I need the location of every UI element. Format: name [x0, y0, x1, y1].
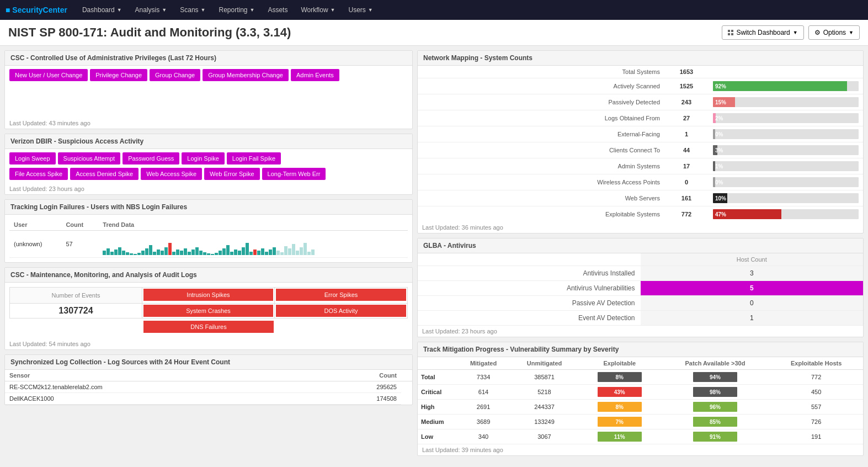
- trend-bar: [164, 247, 168, 255]
- csc-admin-buttons: New User / User Change Privilege Change …: [5, 66, 412, 84]
- switch-dashboard-button[interactable]: Switch Dashboard ▼: [722, 25, 803, 40]
- nav-scans[interactable]: Scans ▼: [173, 0, 212, 20]
- trend-bar: [199, 251, 203, 255]
- trend-bar: [118, 247, 121, 255]
- table-row: (unknown) 57: [9, 231, 408, 258]
- csc-admin-last-updated: Last Updated: 43 minutes ago: [5, 118, 412, 129]
- glba-header: GLBA - Antivirus: [418, 238, 863, 253]
- glba-row-value: 3: [641, 266, 864, 281]
- vuln-cell: 85%: [661, 415, 770, 429]
- log-collection-body: Sensor Count RE-SCCM2k12.tenablerelab2.c…: [5, 370, 412, 405]
- verizon-header: Verizon DBIR - Suspicious Access Activit…: [5, 134, 412, 149]
- nm-row-count: 0: [664, 174, 709, 190]
- table-row: Admin Systems171%: [418, 158, 863, 174]
- network-mapping-body: Total Systems1653Actively Scanned152592%…: [418, 66, 863, 222]
- glba-row-label: Passive AV Detection: [418, 296, 641, 311]
- group-change-button[interactable]: Group Change: [150, 69, 200, 81]
- password-guess-button[interactable]: Password Guess: [123, 152, 179, 164]
- network-mapping-card: Network Mapping - System Counts Total Sy…: [417, 50, 864, 233]
- vuln-col-exploitable: Exploitable: [578, 357, 661, 370]
- vuln-col-unmitigated: Unmitigated: [510, 357, 578, 370]
- trend-bar: [265, 252, 268, 255]
- trend-bar: [122, 251, 125, 255]
- glba-row-value: 1: [641, 311, 864, 326]
- table-row: External-Facing10%: [418, 126, 863, 142]
- table-row: Critical614521843%98%450: [418, 385, 863, 400]
- options-button[interactable]: ⚙ Options ▼: [808, 25, 860, 40]
- trend-bar: [134, 254, 137, 255]
- file-access-spike-button[interactable]: File Access Spike: [9, 168, 68, 180]
- nm-row-label: Total Systems: [418, 66, 664, 78]
- network-mapping-last-updated: Last Updated: 36 minutes ago: [418, 222, 863, 233]
- web-access-spike-button[interactable]: Web Access Spike: [141, 168, 202, 180]
- nav-reporting[interactable]: Reporting ▼: [212, 0, 261, 20]
- trend-bar: [300, 247, 303, 255]
- group-membership-button[interactable]: Group Membership Change: [203, 69, 289, 81]
- nav-dashboard[interactable]: Dashboard ▼: [76, 0, 129, 20]
- trend-bar: [257, 251, 260, 255]
- glba-last-updated: Last Updated: 23 hours ago: [418, 326, 863, 337]
- error-spikes-button[interactable]: Error Spikes: [276, 289, 406, 301]
- trend-bar: [288, 248, 291, 255]
- intrusion-spikes-button[interactable]: Intrusion Spikes: [143, 289, 273, 301]
- table-row: Antivirus Vulnerabilities5: [418, 281, 863, 296]
- glba-row-value: 5: [641, 281, 864, 296]
- login-fail-spike-button[interactable]: Login Fail Spike: [227, 152, 281, 164]
- trend-bar: [103, 251, 106, 255]
- trend-bar: [203, 252, 206, 255]
- vuln-cell: 94%: [661, 370, 770, 385]
- nm-row-label: Clients Connect To: [418, 142, 664, 158]
- vuln-summary-body: Mitigated Unmitigated Exploitable Patch …: [418, 357, 863, 444]
- nm-row-count: 161: [664, 190, 709, 206]
- long-term-web-err-button[interactable]: Long-Term Web Err: [262, 168, 326, 180]
- log-count-2: 174508: [313, 393, 401, 405]
- vuln-cell: 191: [769, 429, 863, 444]
- trend-bar: [188, 252, 191, 255]
- switch-dashboard-arrow-icon: ▼: [793, 30, 798, 35]
- nm-row-bar: 92%: [709, 78, 863, 94]
- audit-events-header-cell: Number of Events: [10, 288, 142, 304]
- dos-activity-button[interactable]: DOS Activity: [276, 305, 406, 317]
- login-sweep-button[interactable]: Login Sweep: [9, 152, 56, 164]
- glba-row-value: 0: [641, 296, 864, 311]
- trend-bar: [180, 251, 183, 255]
- log-sensor-2: DellKACEK1000: [5, 393, 313, 405]
- main-layout: CSC - Controlled Use of Administrative P…: [0, 46, 868, 460]
- web-error-spike-button[interactable]: Web Error Spike: [204, 168, 260, 180]
- nm-row-label: Exploitable Systems: [418, 206, 664, 222]
- login-spike-button[interactable]: Login Spike: [182, 152, 225, 164]
- vuln-cell: 7%: [578, 415, 661, 429]
- privilege-change-button[interactable]: Privilege Change: [90, 69, 147, 81]
- table-row: DellKACEK1000 174508: [5, 393, 412, 405]
- suspicious-attempt-button[interactable]: Suspicious Attempt: [58, 152, 121, 164]
- system-crashes-button[interactable]: System Crashes: [143, 305, 273, 317]
- new-user-button[interactable]: New User / User Change: [9, 69, 88, 81]
- access-denied-spike-button[interactable]: Access Denied Spike: [70, 168, 139, 180]
- vuln-col-hosts: Exploitable Hosts: [769, 357, 863, 370]
- table-row: Medium36891332497%85%726: [418, 415, 863, 429]
- trend-bar: [292, 244, 295, 255]
- nav-analysis[interactable]: Analysis ▼: [129, 0, 174, 20]
- vuln-cell: 8%: [578, 370, 661, 385]
- nav-users[interactable]: Users ▼: [342, 0, 380, 20]
- nav-assets[interactable]: Assets: [261, 0, 294, 20]
- trend-bar: [238, 251, 241, 255]
- network-mapping-table: Total Systems1653Actively Scanned152592%…: [418, 66, 863, 222]
- log-scroll-header: [401, 370, 412, 381]
- lf-col-count: Count: [61, 219, 98, 231]
- options-arrow-icon: ▼: [849, 30, 854, 35]
- log-collection-card: Synchronized Log Collection - Log Source…: [4, 354, 413, 405]
- dns-failures-button[interactable]: DNS Failures: [143, 321, 274, 333]
- network-mapping-header: Network Mapping - System Counts: [418, 51, 863, 66]
- trend-bar: [246, 243, 249, 255]
- login-failures-header: Tracking Login Failures - Users with NBS…: [5, 200, 412, 215]
- lf-user: (unknown): [9, 231, 61, 258]
- table-row: Total Systems1653: [418, 66, 863, 78]
- admin-events-button[interactable]: Admin Events: [291, 69, 339, 81]
- vuln-cell: 2691: [456, 400, 510, 415]
- log-collection-header: Synchronized Log Collection - Log Source…: [5, 355, 412, 370]
- vuln-cell: 557: [769, 400, 863, 415]
- nav-workflow[interactable]: Workflow ▼: [294, 0, 342, 20]
- nm-row-label: Passively Detected: [418, 94, 664, 110]
- table-row: Passively Detected24315%: [418, 94, 863, 110]
